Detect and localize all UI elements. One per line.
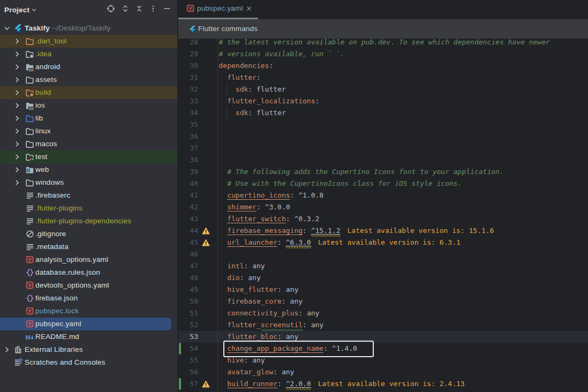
tree-label: test — [35, 153, 48, 161]
chevron-right-icon[interactable] — [13, 165, 21, 174]
chevron-right-icon[interactable] — [13, 50, 21, 58]
tree-row-taskify[interactable]: Taskify ~/Desktop/Taskify — [0, 22, 177, 35]
code-line-52[interactable]: 52 flutter_screenutil: any — [178, 319, 588, 331]
line-number: 31 — [178, 72, 198, 84]
tree-row--metadata[interactable]: .metadata — [0, 240, 177, 253]
code-line-32[interactable]: 32 sdk: flutter — [178, 84, 588, 95]
chevron-right-icon[interactable] — [13, 63, 21, 71]
tree-row-devtools-options-yaml[interactable]: Ydevtools_options.yaml — [0, 279, 177, 292]
chevron-right-icon[interactable] — [13, 101, 21, 110]
chevron-right-icon[interactable] — [13, 37, 21, 46]
chevron-right-icon[interactable] — [13, 178, 21, 187]
code-line-31[interactable]: 31 flutter: — [178, 72, 588, 84]
project-title[interactable]: Project — [4, 6, 29, 14]
tree-row--flutter-plugins-dependencies[interactable]: .flutter-plugins-dependencies — [0, 215, 177, 228]
tree-row-readme-md[interactable]: MREADME.md — [0, 330, 177, 343]
tree-row-assets[interactable]: assets — [0, 73, 177, 86]
code-line-40[interactable]: 40 # Use with the CupertinoIcons class f… — [178, 178, 588, 190]
tree-row--gitignore[interactable]: .gitignore — [0, 228, 177, 240]
hide-panel-icon[interactable] — [163, 4, 171, 13]
code-line-42[interactable]: 42 shimmer: ^3.0.0 — [178, 201, 588, 213]
line-number: 29 — [178, 48, 198, 60]
code-line-36[interactable]: 36 — [178, 131, 588, 142]
code-line-51[interactable]: 51 connectivity_plus: any — [178, 307, 588, 319]
tree-row--flutter-plugins[interactable]: .flutter-plugins — [0, 202, 177, 215]
tree-row--dart-tool[interactable]: .dart_tool — [0, 35, 177, 48]
line-number: 28 — [178, 39, 198, 48]
tree-row-web[interactable]: web — [0, 163, 177, 176]
locate-file-icon[interactable] — [107, 4, 115, 13]
code-line-47[interactable]: 47 intl: any — [178, 260, 588, 272]
code-text: # Use with the CupertinoIcons class for … — [219, 178, 462, 190]
tree-row-android[interactable]: android — [0, 61, 177, 73]
file-json-icon — [26, 268, 34, 277]
code-line-43[interactable]: 43 flutter_switch: ^0.3.2 — [178, 213, 588, 225]
code-line-29[interactable]: 29# versions available, run ` `. — [178, 48, 588, 60]
code-line-46[interactable]: 46 — [178, 248, 588, 260]
file-yaml-icon: Y — [26, 307, 34, 315]
code-text: avatar_glow: any — [219, 366, 295, 378]
tree-label: web — [35, 165, 49, 174]
flutter-commands-banner[interactable]: Flutter commands — [178, 19, 588, 39]
code-line-50[interactable]: 50 firebase_core: any — [178, 296, 588, 307]
chevron-right-icon[interactable] — [13, 114, 21, 123]
tree-row-build[interactable]: build — [0, 86, 177, 99]
chevron-right-icon[interactable] — [13, 88, 21, 97]
line-number: 38 — [178, 154, 198, 166]
tree-row-external-libraries[interactable]: External Libraries — [0, 343, 177, 356]
code-line-56[interactable]: 56 avatar_glow: any — [178, 366, 588, 378]
code-line-33[interactable]: 33 flutter_localizations: — [178, 95, 588, 107]
tree-row-linux[interactable]: linux — [0, 125, 177, 138]
code-line-39[interactable]: 39 # The following adds the Cupertino Ic… — [178, 166, 588, 178]
tab-pubspec-yaml[interactable]: Y pubspec.yaml — [178, 0, 258, 17]
chevron-right-icon[interactable] — [13, 127, 21, 135]
expand-all-icon[interactable] — [121, 4, 130, 13]
tree-label: .flutter-plugins-dependencies — [35, 217, 131, 225]
code-line-37[interactable]: 37 — [178, 142, 588, 154]
chevron-right-icon[interactable] — [13, 140, 21, 148]
more-options-icon[interactable] — [149, 4, 157, 13]
chevron-down-icon[interactable] — [31, 6, 37, 13]
chevron-right-icon[interactable] — [13, 153, 21, 161]
tree-label: pubspec.yaml — [35, 320, 81, 328]
line-number: 55 — [178, 355, 198, 366]
code-line-34[interactable]: 34 sdk: flutter — [178, 107, 588, 119]
chevron-right-icon[interactable] — [13, 76, 21, 84]
flutter-logo-icon — [189, 25, 196, 35]
line-number: 40 — [178, 178, 198, 190]
code-line-45[interactable]: 45 url_launcher: ^6.3.0Latest available … — [178, 237, 588, 248]
warning-icon[interactable] — [202, 227, 210, 235]
tree-row-database-rules-json[interactable]: database.rules.json — [0, 266, 177, 279]
line-number: 51 — [178, 307, 198, 319]
code-line-41[interactable]: 41 cupertino_icons: ^1.0.8 — [178, 190, 588, 201]
code-line-49[interactable]: 49 hive_flutter: any — [178, 284, 588, 296]
tree-row-ios[interactable]: ios — [0, 99, 177, 112]
tree-row-scratches-and-consoles[interactable]: Scratches and Consoles — [0, 356, 177, 369]
code-line-28[interactable]: 28# the latest version available on pub.… — [178, 39, 588, 48]
collapse-all-icon[interactable] — [135, 4, 144, 13]
tree-row-pubspec-yaml[interactable]: Ypubspec.yaml — [0, 318, 177, 330]
tree-row-test[interactable]: test — [0, 150, 177, 163]
code-editor[interactable]: 28# the latest version available on pub.… — [178, 39, 588, 392]
chevron-right-icon[interactable] — [3, 345, 11, 354]
close-tab-icon[interactable] — [245, 4, 253, 13]
tree-row--idea[interactable]: .idea — [0, 48, 177, 61]
warning-icon[interactable] — [202, 239, 210, 247]
code-line-38[interactable]: 38 — [178, 154, 588, 166]
tree-row-macos[interactable]: macos — [0, 138, 177, 150]
code-line-44[interactable]: 44 firebase_messaging: ^15.1.2Latest ava… — [178, 225, 588, 237]
line-number: 56 — [178, 366, 198, 378]
code-line-48[interactable]: 48 dio: any — [178, 272, 588, 284]
code-line-35[interactable]: 35 — [178, 119, 588, 131]
tree-label: build — [35, 88, 51, 96]
tree-row-windows[interactable]: windows — [0, 176, 177, 189]
chevron-down-icon[interactable] — [3, 24, 11, 33]
tree-row-pubspec-lock[interactable]: Ypubspec.lock — [0, 305, 177, 318]
code-line-30[interactable]: 30dependencies: — [178, 60, 588, 72]
tree-row-lib[interactable]: lib — [0, 112, 177, 125]
tree-row-firebase-json[interactable]: firebase.json — [0, 292, 177, 305]
code-line-57[interactable]: 57 build_runner: ^2.0.0Latest available … — [178, 378, 588, 390]
warning-icon[interactable] — [202, 380, 210, 388]
tree-row--firebaserc[interactable]: .firebaserc — [0, 189, 177, 202]
tree-row-analysis-options-yaml[interactable]: Yanalysis_options.yaml — [0, 253, 177, 266]
